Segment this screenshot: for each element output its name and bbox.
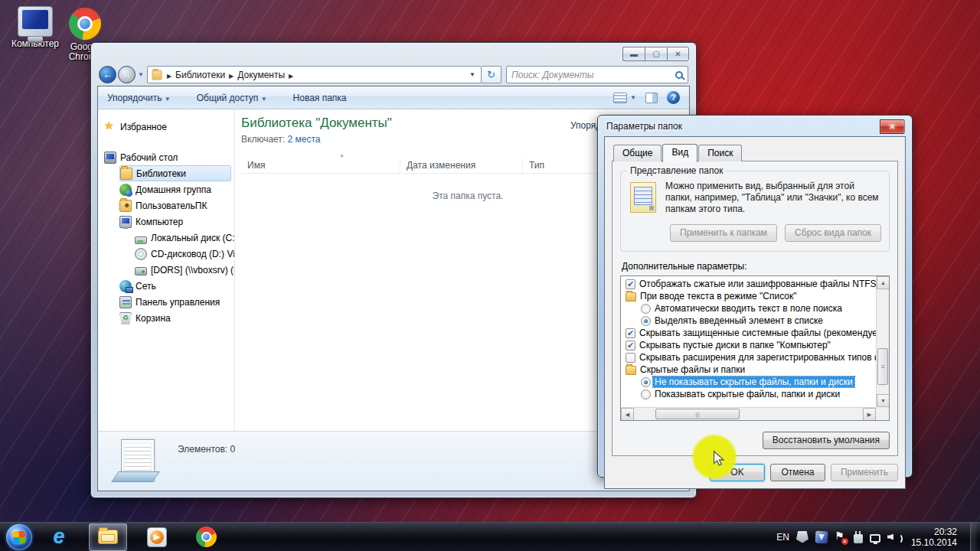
advanced-settings-list: ✔Отображать сжатые или зашифрованные фай…	[620, 276, 890, 421]
folder-view-group: Представление папок Можно применить вид,…	[620, 171, 890, 252]
scroll-down-icon[interactable]: ▼	[877, 394, 890, 407]
horizontal-scrollbar[interactable]: ◀ ▶	[621, 407, 876, 420]
explorer-icon	[98, 530, 118, 544]
reset-folders-button[interactable]: Сброс вида папок	[785, 224, 881, 242]
apply-button[interactable]: Применить	[831, 464, 898, 481]
sidebar-item-favorites[interactable]: Избранное	[104, 119, 234, 135]
cancel-button[interactable]: Отмена	[770, 464, 825, 481]
back-button[interactable]: ←	[99, 66, 116, 83]
breadcrumb-item[interactable]: Библиотеки	[175, 70, 225, 80]
show-desktop-button[interactable]	[970, 523, 977, 551]
advanced-setting-row[interactable]: Скрытые файлы и папки	[622, 364, 876, 376]
column-header-2[interactable]: Дата изменения	[400, 157, 523, 173]
folder-icon	[626, 366, 636, 375]
refresh-icon[interactable]: ↻	[482, 66, 501, 83]
sidebar-item-cd-d[interactable]: CD-дисковод (D:) VirtualBox	[135, 246, 234, 262]
includes-link[interactable]: 2 места	[288, 134, 321, 145]
advanced-setting-row[interactable]: Скрывать расширения для зарегистрированн…	[622, 351, 876, 364]
scroll-up-icon[interactable]: ▲	[877, 276, 890, 289]
tray-clock[interactable]: 20:32 15.10.2014	[911, 527, 957, 548]
vertical-scrollbar[interactable]: ▲ ▼	[876, 276, 889, 407]
restore-defaults-button[interactable]: Восстановить умолчания	[763, 432, 890, 449]
sidebar-item-control-panel[interactable]: Панель управления	[119, 294, 234, 310]
breadcrumb-item[interactable]: Документы	[237, 70, 285, 80]
tab-вид[interactable]: Вид	[662, 144, 697, 162]
taskbar-app-wmp[interactable]	[138, 523, 176, 551]
advanced-setting-row[interactable]: ✔Скрывать пустые диски в папке "Компьюте…	[622, 339, 876, 351]
history-dropdown-icon[interactable]: ▼	[138, 71, 144, 78]
minimize-icon[interactable]: ▬	[622, 47, 645, 61]
scroll-left-icon[interactable]: ◀	[621, 408, 634, 421]
checkbox-icon[interactable]: ✔	[626, 279, 635, 289]
power-icon[interactable]	[854, 534, 863, 543]
close-icon[interactable]: ✕	[880, 119, 905, 134]
forward-button[interactable]: →	[118, 66, 136, 83]
advanced-setting-row[interactable]: Показывать скрытые файлы, папки и диски	[622, 388, 876, 400]
advanced-setting-label: При вводе текста в режиме "Список"	[640, 291, 797, 302]
help-icon[interactable]: ?	[667, 91, 680, 104]
advanced-setting-row[interactable]: Выделять введенный элемент в списке	[622, 315, 876, 327]
start-button[interactable]	[6, 524, 32, 550]
sidebar-item-libraries[interactable]: Библиотеки	[119, 165, 231, 181]
command-bar: Упорядочить ▼ Общий доступ ▼ Новая папка…	[98, 86, 689, 109]
explorer-titlebar[interactable]: ▬ ▢ ✕	[91, 43, 696, 64]
sidebar-item-label: Панель управления	[136, 297, 220, 308]
sidebar-item-network[interactable]: Сеть	[119, 278, 234, 294]
sidebar-item-desktop[interactable]: Рабочий стол	[104, 149, 234, 165]
advanced-setting-row[interactable]: ✔Скрывать защищенные системные файлы (ре…	[622, 327, 876, 339]
sidebar-item-label: Сеть	[136, 281, 156, 292]
scroll-right-icon[interactable]: ▶	[863, 408, 876, 421]
advanced-setting-row[interactable]: Автоматически вводить текст в поле поиск…	[622, 302, 876, 315]
sidebar-item-disk-c[interactable]: Локальный диск (C:)	[135, 230, 234, 246]
advanced-setting-row[interactable]: ✔Отображать сжатые или зашифрованные фай…	[622, 278, 876, 290]
checkbox-icon[interactable]: ✔	[626, 328, 635, 338]
sidebar-item-recycle[interactable]: Корзина	[119, 310, 234, 326]
taskbar-app-ie[interactable]: e	[40, 523, 78, 551]
sidebar-item-homegroup[interactable]: Домашняя группа	[119, 181, 234, 197]
sidebar-item-computer[interactable]: Компьютер	[119, 214, 234, 230]
action-center-icon[interactable]	[835, 531, 847, 543]
share-button[interactable]: Общий доступ ▼	[197, 93, 267, 103]
radio-icon[interactable]	[641, 377, 651, 387]
column-header-1[interactable]: Имя	[241, 157, 400, 173]
preview-pane-icon[interactable]	[645, 93, 658, 103]
navigation-pane: ИзбранноеРабочий столБиблиотекиДомашняя …	[98, 109, 234, 431]
apply-to-folders-button[interactable]: Применить к папкам	[670, 224, 777, 242]
checkbox-icon[interactable]	[626, 353, 635, 363]
volume-icon[interactable]	[887, 531, 900, 543]
hardware-safe-icon[interactable]	[796, 531, 808, 543]
network-icon[interactable]	[870, 534, 880, 543]
radio-icon[interactable]	[641, 316, 651, 326]
sidebar-item-label: CD-дисковод (D:) VirtualBox	[151, 249, 234, 259]
horizontal-scroll-thumb[interactable]	[655, 409, 740, 419]
language-indicator[interactable]: EN	[776, 532, 789, 543]
column-header-3[interactable]: Тип	[523, 157, 603, 173]
group-title: Представление папок	[627, 165, 726, 176]
sidebar-item-user-pc[interactable]: ПользовательПК	[119, 197, 234, 214]
radio-icon[interactable]	[641, 390, 651, 399]
organize-button[interactable]: Упорядочить ▼	[107, 93, 171, 103]
tab-поиск[interactable]: Поиск	[698, 145, 742, 161]
virtualbox-icon[interactable]	[815, 530, 828, 543]
address-dropdown-icon[interactable]: ▼	[467, 71, 478, 78]
taskbar-app-explorer[interactable]	[89, 523, 127, 551]
sidebar-item-dors-e[interactable]: [DORS] (\\vboxsrv) (E:)	[135, 262, 234, 278]
folder-view-description: Можно применить вид, выбранный для этой …	[665, 181, 881, 215]
radio-icon[interactable]	[641, 304, 651, 314]
dialog-titlebar[interactable]: Параметры папок ✕	[598, 116, 912, 136]
address-field[interactable]: ▶Библиотеки▶Документы▶ ▼	[147, 66, 482, 83]
advanced-setting-row[interactable]: При вводе текста в режиме "Список"	[622, 290, 876, 302]
maximize-icon[interactable]: ▢	[645, 47, 667, 61]
views-button[interactable]: ▼	[613, 93, 636, 103]
taskbar-app-chrome[interactable]	[187, 523, 225, 551]
tab-общие[interactable]: Общие	[613, 145, 662, 161]
desktop-icon	[104, 152, 116, 164]
close-icon[interactable]: ✕	[667, 47, 689, 61]
search-input[interactable]: Поиск: Документы	[506, 66, 688, 83]
checkbox-icon[interactable]: ✔	[626, 341, 635, 350]
document-stack-icon	[115, 439, 155, 484]
new-folder-button[interactable]: Новая папка	[293, 93, 347, 103]
advanced-setting-label: Показывать скрытые файлы, папки и диски	[655, 389, 840, 399]
advanced-setting-row[interactable]: Не показывать скрытые файлы, папки и дис…	[622, 376, 876, 388]
vertical-scroll-thumb[interactable]	[877, 348, 888, 385]
